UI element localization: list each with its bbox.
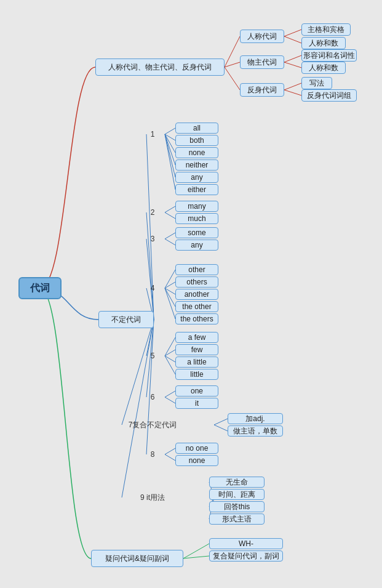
svg-line-1	[225, 62, 240, 67]
node-形式主语: 形式主语	[209, 513, 265, 525]
node-neither: neither	[175, 159, 218, 171]
node-疑问代词&疑问副词: 疑问代词&疑问副词	[91, 550, 183, 567]
node-it: it	[175, 398, 218, 409]
svg-line-26	[165, 288, 175, 307]
node-1: 1	[146, 128, 159, 140]
svg-line-8	[284, 90, 301, 95]
node-主格和宾格: 主格和宾格	[301, 23, 351, 36]
node-8: 8	[146, 448, 159, 461]
node-no_one: no one	[175, 443, 218, 454]
svg-line-42	[122, 320, 154, 497]
node-few: few	[175, 344, 218, 355]
node-another: another	[175, 289, 218, 300]
node-时间、距离: 时间、距离	[209, 489, 265, 500]
node-little: little	[175, 369, 218, 380]
node-2: 2	[146, 206, 159, 219]
svg-line-3	[284, 30, 301, 36]
svg-line-10	[165, 128, 175, 134]
node-无生命: 无生命	[209, 477, 265, 488]
node-others: others	[175, 276, 218, 288]
svg-line-18	[165, 212, 175, 219]
svg-line-2	[225, 67, 240, 90]
node-人称代词、物主代词、反身代词: 人称代词、物主代词、反身代词	[95, 58, 225, 76]
svg-line-24	[165, 282, 175, 288]
svg-line-30	[165, 350, 175, 356]
node-形容词和名词性: 形容词和名词性	[301, 49, 357, 62]
node-other: other	[175, 264, 218, 275]
svg-line-15	[165, 134, 175, 190]
node-either: either	[175, 184, 218, 195]
svg-line-12	[165, 134, 175, 153]
node-人称代词: 人称代词	[240, 30, 284, 43]
node-the_others: the others	[175, 313, 218, 324]
svg-line-21	[165, 239, 175, 245]
node-WH-: WH-	[209, 538, 283, 549]
svg-line-19	[146, 239, 154, 320]
node-many: many	[175, 201, 218, 212]
node-some: some	[175, 227, 218, 238]
node-none: none	[175, 147, 218, 158]
svg-line-16	[146, 212, 154, 320]
svg-line-47	[183, 544, 209, 558]
svg-line-11	[165, 134, 175, 140]
node-反身代词: 反身代词	[240, 83, 284, 97]
svg-line-17	[165, 206, 175, 212]
svg-line-36	[122, 320, 154, 425]
node-all: all	[175, 123, 218, 134]
node-人称和数: 人称和数	[301, 37, 346, 49]
node-代词: 代词	[18, 277, 62, 299]
node-人称和数: 人称和数	[301, 62, 346, 74]
svg-line-48	[183, 556, 209, 558]
node-写法: 写法	[301, 77, 332, 89]
node-5: 5	[146, 350, 159, 362]
node-复合疑问代词，副词: 复合疑问代词，副词	[209, 550, 283, 562]
svg-line-29	[165, 337, 175, 356]
node-不定代词: 不定代词	[98, 311, 154, 328]
node-none: none	[175, 455, 218, 466]
node-any: any	[175, 240, 218, 251]
svg-line-13	[165, 134, 175, 165]
node-one: one	[175, 385, 218, 397]
svg-line-0	[225, 36, 240, 67]
svg-line-27	[165, 288, 175, 319]
node-the_other: the other	[175, 301, 218, 312]
svg-line-40	[165, 448, 175, 454]
svg-line-34	[165, 391, 175, 397]
svg-line-20	[165, 233, 175, 239]
node-both: both	[175, 135, 218, 146]
svg-line-38	[214, 425, 228, 431]
svg-line-7	[284, 83, 301, 90]
svg-line-25	[165, 288, 175, 294]
svg-line-5	[284, 55, 301, 62]
svg-line-23	[165, 270, 175, 288]
node-7复合不定代词: 7复合不定代词	[122, 419, 183, 431]
node-反身代词词组: 反身代词词组	[301, 89, 357, 102]
node-加adj.: 加adj.	[228, 413, 283, 424]
svg-line-14	[165, 134, 175, 177]
node-much: much	[175, 213, 218, 224]
node-3: 3	[146, 233, 159, 245]
svg-line-6	[284, 62, 301, 68]
svg-line-32	[165, 356, 175, 374]
node-回答this: 回答this	[209, 501, 265, 512]
node-做主语，单数: 做主语，单数	[228, 425, 283, 437]
node-any: any	[175, 172, 218, 183]
svg-line-39	[146, 320, 154, 454]
node-a_little: a little	[175, 356, 218, 368]
node-物主代词: 物主代词	[240, 55, 284, 69]
node-a_few: a few	[175, 332, 218, 343]
svg-line-31	[165, 356, 175, 362]
svg-line-4	[284, 36, 301, 43]
node-4: 4	[146, 282, 159, 294]
node-6: 6	[146, 391, 159, 403]
mind-map: 代词人称代词、物主代词、反身代词人称代词物主代词反身代词主格和宾格人称和数形容词…	[0, 0, 382, 588]
svg-line-37	[214, 419, 228, 425]
svg-line-41	[165, 454, 175, 461]
node-9_it用法: 9 it用法	[122, 491, 183, 504]
svg-line-35	[165, 397, 175, 403]
